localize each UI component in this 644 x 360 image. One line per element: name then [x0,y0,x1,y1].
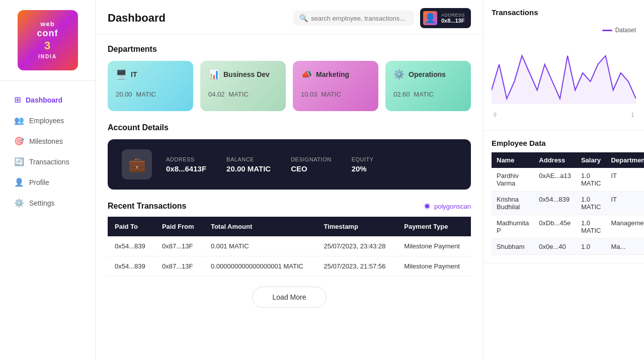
sidebar-item-label: Profile [29,178,49,187]
address-field-value: 0x8...6413F [166,164,206,173]
sidebar: webconf3INDIA ⊞ Dashboard 👥 Employees 🎯 … [0,0,96,360]
sidebar-item-settings[interactable]: ⚙️ Settings [4,193,91,213]
cell-paid-from: 0x87...13F [155,236,204,256]
employee-data-title: Employee Data [492,139,636,147]
col-paid-from: Paid From [155,217,204,236]
sidebar-item-label: Settings [29,199,55,207]
emp-address: 0x0e...40 [534,239,576,255]
col-paid-to: Paid To [108,217,155,236]
cell-timestamp: 25/07/2023, 21:57:56 [316,256,397,277]
address-badge: 👤 ADDRESS 0x8...13F [420,8,471,28]
cell-paid-to: 0x54...839 [108,256,155,277]
sidebar-item-milestones[interactable]: 🎯 Milestones [4,131,91,151]
cell-timestamp: 25/07/2023, 23:43:28 [316,236,397,256]
dept-card-ops: ⚙️ Operations 02.60 MATIC [385,61,471,111]
transactions-panel: Transactions Dataset 0 1 [484,0,644,131]
col-timestamp: Timestamp [316,217,397,236]
legend-dot [602,30,612,31]
address-label: ADDRESS [441,13,465,18]
emp-name: Shubham [492,239,534,255]
dept-amount-marketing: 10.03 MATIC [301,84,370,100]
emp-address: 0x54...839 [534,192,576,215]
list-item: Shubham 0x0e...40 1.0 Ma... [492,239,644,255]
emp-col-address: Address [534,152,576,168]
account-box: 💼 ADDRESS 0x8...6413F BALANCE 20.00 MATI… [108,139,471,190]
right-panel: Transactions Dataset 0 1 Employee Data N… [483,0,644,360]
emp-department: IT [606,192,644,215]
sidebar-item-profile[interactable]: 👤 Profile [4,172,91,192]
dashboard-content: Departments 🖥️ IT 20.00 MATIC 📊 Business… [96,35,483,328]
polygonscan-label: polygonscan [434,203,471,210]
emp-department: Ma... [606,239,644,255]
dept-name-it: IT [131,70,137,78]
address-value: 0x8...13F [441,18,465,24]
search-input[interactable] [311,15,408,22]
load-more-container: Load More [108,277,471,318]
cell-paid-from: 0x87...13F [155,256,204,277]
load-more-button[interactable]: Load More [252,287,327,308]
balance-field-value: 20.00 MATIC [226,164,271,173]
sidebar-item-dashboard[interactable]: ⊞ Dashboard [4,90,91,110]
cell-payment-type: Milestone Payment [397,236,471,256]
list-item: Krishna Budhilal 0x54...839 1.0 MATIC IT [492,192,644,215]
svg-point-1 [425,204,429,208]
chart-area: Dataset 0 1 [492,22,636,122]
designation-field-label: DESIGNATION [291,156,331,162]
emp-salary: 1.0 [576,239,606,255]
emp-salary: 1.0 MATIC [576,192,606,215]
dept-card-bizdev: 📊 Business Dev 04.02 MATIC [200,61,286,111]
polygonscan-icon [423,202,431,210]
marketing-icon: 📣 [301,69,312,80]
sidebar-item-transactions[interactable]: 🔄 Transactions [4,152,91,171]
nav-menu: ⊞ Dashboard 👥 Employees 🎯 Milestones 🔄 T… [0,81,95,360]
logo-container: webconf3INDIA [0,0,95,81]
sidebar-item-label: Transactions [29,158,69,166]
transactions-icon: 🔄 [14,157,24,166]
emp-table-header: Name Address Salary Department [492,152,644,168]
account-field-balance: BALANCE 20.00 MATIC [226,156,271,173]
col-total-amount: Total Amount [204,217,317,236]
search-icon: 🔍 [299,14,308,22]
balance-field-label: BALANCE [226,156,271,162]
polygonscan-link[interactable]: polygonscan [423,202,471,210]
account-field-equity: EQUITY 20% [352,156,374,173]
dept-header-ops: ⚙️ Operations [393,69,463,80]
employee-table: Name Address Salary Department Pardhiv V… [492,152,644,255]
table-row: 0x54...839 0x87...13F 0.0000000000000000… [108,256,471,277]
table-header-row: Paid To Paid From Total Amount Timestamp… [108,217,471,236]
dept-card-marketing: 📣 Marketing 10.03 MATIC [293,61,378,111]
emp-salary: 1.0 MATIC [576,215,606,239]
emp-salary: 1.0 MATIC [576,168,606,192]
transactions-header: Recent Transactions polygonscan [108,202,471,211]
table-row: 0x54...839 0x87...13F 0.001 MATIC 25/07/… [108,236,471,256]
address-field-label: ADDRESS [166,156,206,162]
department-cards: 🖥️ IT 20.00 MATIC 📊 Business Dev 04.02 M… [108,61,471,111]
legend-label: Dataset [615,27,636,34]
cell-paid-to: 0x54...839 [108,236,155,256]
col-payment-type: Payment Type [397,217,471,236]
sidebar-item-label: Employees [29,117,64,125]
sidebar-item-employees[interactable]: 👥 Employees [4,111,91,130]
ops-icon: ⚙️ [393,69,405,80]
dept-amount-ops: 02.60 MATIC [393,84,463,100]
dept-header-marketing: 📣 Marketing [301,69,370,80]
emp-col-name: Name [492,152,534,168]
cell-total-amount: 0.001 MATIC [204,236,317,256]
it-icon: 🖥️ [116,69,127,80]
list-item: Madhumita P 0xDb...45e 1.0 MATIC Managem… [492,215,644,239]
avatar: 👤 [423,11,437,25]
chart-axis: 0 1 [492,112,636,118]
dashboard-icon: ⊞ [14,95,21,105]
sidebar-item-label: Dashboard [26,96,62,104]
axis-start: 0 [494,112,497,118]
cell-total-amount: 0.000000000000000001 MATIC [204,256,317,277]
equity-field-value: 20% [352,164,374,173]
main-header: Dashboard 🔍 👤 ADDRESS 0x8...13F [96,0,483,35]
search-bar[interactable]: 🔍 [293,11,414,26]
address-text: ADDRESS 0x8...13F [441,13,465,24]
recent-transactions-title: Recent Transactions [108,202,187,211]
transactions-panel-title: Transactions [492,8,636,17]
account-title: Account Details [108,123,471,132]
emp-department: IT [606,168,644,192]
dept-name-ops: Operations [409,70,446,78]
